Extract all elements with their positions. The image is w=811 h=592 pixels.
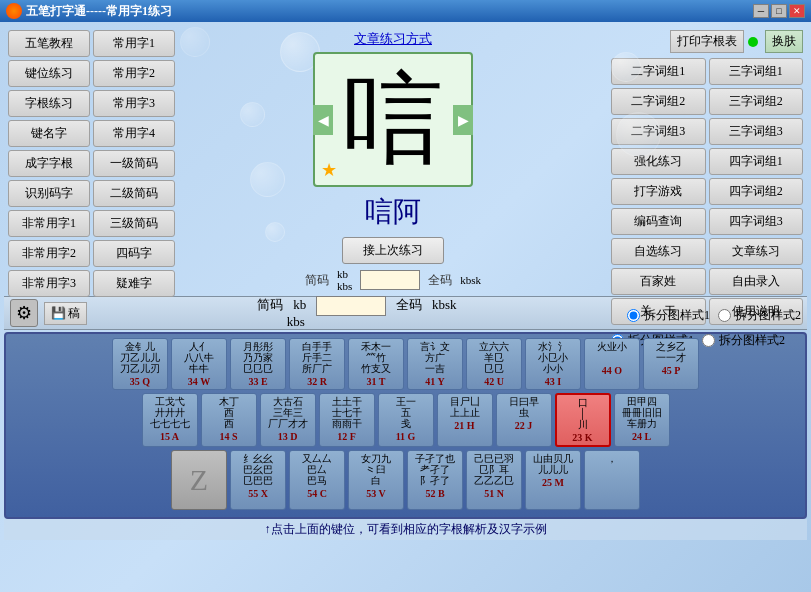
code-display: 简码 kb kbs 全码 kbsk xyxy=(93,296,621,330)
close-button[interactable]: ✕ xyxy=(789,4,805,18)
key-row-1: 金钅儿刀乙儿儿刀乙儿刃 35 Q 人亻八八㐄㐄㐄 34 W 月彤彤乃乃家㔾㔾㔾 … xyxy=(10,338,801,390)
left-menu-item-6[interactable]: 键名字 xyxy=(8,120,90,147)
right-menu-item-9[interactable]: 四字词组2 xyxy=(709,178,804,205)
right-menu-item-15[interactable]: 自由录入 xyxy=(709,268,804,295)
code-input-main[interactable] xyxy=(316,296,386,316)
keyboard-section: 金钅儿刀乙儿儿刀乙儿刃 35 Q 人亻八八㐄㐄㐄 34 W 月彤彤乃乃家㔾㔾㔾 … xyxy=(4,332,807,519)
practice-button[interactable]: 接上次练习 xyxy=(342,237,444,264)
simple-code-value: kbkbs xyxy=(337,268,352,292)
key-p[interactable]: 之乡乙一一才 45 P xyxy=(643,338,699,390)
key-f[interactable]: 土土干士七千雨雨干 12 F xyxy=(319,393,375,447)
key-l[interactable]: 田甲四冊冊旧旧车册力 24 L xyxy=(614,393,670,447)
key-b[interactable]: 子孑了也⺹孑了阝孑了 52 B xyxy=(407,450,463,510)
next-char-button[interactable]: ▶ xyxy=(453,105,473,135)
key-s[interactable]: 木丁西西 14 S xyxy=(201,393,257,447)
key-c[interactable]: 又厶厶巴厶巴马 54 C xyxy=(289,450,345,510)
key-a[interactable]: 工戈弋廾廾廾七七七七 15 A xyxy=(142,393,198,447)
key-row-3: Z 纟幺幺巴幺巴㔾巴巴 55 X 又厶厶巴厶巴马 54 C 女刀九⺀臼白 53 … xyxy=(10,450,801,510)
left-menu-item-16[interactable]: 非常用字3 xyxy=(8,270,90,297)
split-style-2-radio[interactable] xyxy=(702,334,715,347)
key-z[interactable]: Z xyxy=(171,450,227,510)
split-style-2-label: 拆分图样式2 xyxy=(719,332,785,349)
key-m[interactable]: 山由贝几儿儿儿 25 M xyxy=(525,450,581,510)
top-section: 五笔教程常用字1键位练习常用字2字根练习常用字3键名字常用字4成字字根一级简码识… xyxy=(4,26,807,296)
bubble-decoration xyxy=(265,222,285,242)
left-menu-item-8[interactable]: 成字字根 xyxy=(8,150,90,177)
key-comma[interactable]: ， xyxy=(584,450,640,510)
right-menu-item-11[interactable]: 四字词组3 xyxy=(709,208,804,235)
left-menu-item-10[interactable]: 识别码字 xyxy=(8,180,90,207)
right-menu-item-3[interactable]: 三字词组2 xyxy=(709,88,804,115)
key-r[interactable]: 白手手斤手二所厂广 32 R xyxy=(289,338,345,390)
key-y[interactable]: 言讠文方广一吉 41 Y xyxy=(407,338,463,390)
left-menu-item-14[interactable]: 非常用字2 xyxy=(8,240,90,267)
left-menu-item-12[interactable]: 非常用字1 xyxy=(8,210,90,237)
bubble-decoration xyxy=(240,102,265,127)
title-text: 五笔打字通-----常用字1练习 xyxy=(26,3,172,20)
swap-skin-button[interactable]: 换肤 xyxy=(765,30,803,53)
settings-icon[interactable]: ⚙ xyxy=(10,299,38,327)
key-h[interactable]: 目尸凵上上止 21 H xyxy=(437,393,493,447)
right-menu-item-14[interactable]: 百家姓 xyxy=(611,268,706,295)
key-q[interactable]: 金钅儿刀乙儿儿刀乙儿刃 35 Q xyxy=(112,338,168,390)
prev-char-button[interactable]: ◀ xyxy=(313,105,333,135)
bubble-decoration xyxy=(616,112,661,157)
right-menu-item-10[interactable]: 编码查询 xyxy=(611,208,706,235)
left-menu: 五笔教程常用字1键位练习常用字2字根练习常用字3键名字常用字4成字字根一级简码识… xyxy=(4,26,179,296)
minimize-button[interactable]: ─ xyxy=(753,4,769,18)
key-k[interactable]: 口│川 23 K xyxy=(555,393,611,447)
right-menu-item-12[interactable]: 自选练习 xyxy=(611,238,706,265)
left-menu-item-17[interactable]: 疑难字 xyxy=(93,270,175,297)
key-x[interactable]: 纟幺幺巴幺巴㔾巴巴 55 X xyxy=(230,450,286,510)
key-d[interactable]: 大古石三年三厂厂才才 13 D xyxy=(260,393,316,447)
split-style-1b-radio[interactable] xyxy=(627,309,640,322)
right-menu-item-7[interactable]: 四字词组1 xyxy=(709,148,804,175)
left-menu-item-13[interactable]: 三级简码 xyxy=(93,210,175,237)
simple-code-display: 简码 kb kbs xyxy=(257,296,306,330)
right-menu-item-5[interactable]: 三字词组3 xyxy=(709,118,804,145)
star-icon: ★ xyxy=(321,159,337,181)
chapter-link[interactable]: 文章练习方式 xyxy=(354,30,432,48)
key-j[interactable]: 日曰早虫 22 J xyxy=(496,393,552,447)
key-t[interactable]: 禾木一⺮竹竹支又 31 T xyxy=(348,338,404,390)
print-button[interactable]: 打印字根表 xyxy=(670,30,744,53)
key-row-2: 工戈弋廾廾廾七七七七 15 A 木丁西西 14 S 大古石三年三厂厂才才 13 … xyxy=(10,393,801,447)
char-reading: 唁阿 xyxy=(365,193,421,231)
left-menu-item-2[interactable]: 键位练习 xyxy=(8,60,90,87)
full-code-label: 全码 xyxy=(428,272,452,289)
right-menu-item-13[interactable]: 文章练习 xyxy=(709,238,804,265)
key-w[interactable]: 人亻八八㐄㐄㐄 34 W xyxy=(171,338,227,390)
char-display-area: ◀ 唁 ▶ ★ xyxy=(313,52,473,187)
right-menu-item-8[interactable]: 打字游戏 xyxy=(611,178,706,205)
save-button[interactable]: 💾 稿 xyxy=(44,302,87,325)
left-menu-item-7[interactable]: 常用字4 xyxy=(93,120,175,147)
split-style-1b-label: 拆分图样式1 xyxy=(644,307,710,324)
simple-code-label: 简码 xyxy=(305,272,329,289)
right-grid: 二字词组1三字词组1二字词组2三字词组2二字词组3三字词组3强化练习四字词组1打… xyxy=(611,58,803,325)
main-area: 五笔教程常用字1键位练习常用字2字根练习常用字3键名字常用字4成字字根一级简码识… xyxy=(0,22,811,592)
key-n[interactable]: 己巳已羽㔾阝耳乙乙乙㔾 51 N xyxy=(466,450,522,510)
bubble-decoration xyxy=(180,27,210,57)
maximize-button[interactable]: □ xyxy=(771,4,787,18)
split-style-2b-radio[interactable] xyxy=(718,309,731,322)
key-e[interactable]: 月彤彤乃乃家㔾㔾㔾 33 E xyxy=(230,338,286,390)
title-bar: 五笔打字通-----常用字1练习 ─ □ ✕ xyxy=(0,0,811,22)
left-menu-item-15[interactable]: 四码字 xyxy=(93,240,175,267)
key-i[interactable]: 水氵氵小㔾小小小 43 I xyxy=(525,338,581,390)
left-menu-item-1[interactable]: 常用字1 xyxy=(93,30,175,57)
left-menu-item-5[interactable]: 常用字3 xyxy=(93,90,175,117)
key-o[interactable]: 火业小 44 O xyxy=(584,338,640,390)
key-u[interactable]: 立六六羊㔾㔾㔾 42 U xyxy=(466,338,522,390)
left-menu-item-9[interactable]: 一级简码 xyxy=(93,150,175,177)
right-top-row: 打印字根表 换肤 xyxy=(611,30,803,53)
key-v[interactable]: 女刀九⺀臼白 53 V xyxy=(348,450,404,510)
green-indicator xyxy=(748,37,758,47)
left-menu-item-4[interactable]: 字根练习 xyxy=(8,90,90,117)
left-menu-item-11[interactable]: 二级简码 xyxy=(93,180,175,207)
left-menu-item-0[interactable]: 五笔教程 xyxy=(8,30,90,57)
right-menu-item-1[interactable]: 三字词组1 xyxy=(709,58,804,85)
key-g[interactable]: 王一五戋 11 G xyxy=(378,393,434,447)
code-input[interactable] xyxy=(360,270,420,290)
right-menu-item-2[interactable]: 二字词组2 xyxy=(611,88,706,115)
left-menu-item-3[interactable]: 常用字2 xyxy=(93,60,175,87)
